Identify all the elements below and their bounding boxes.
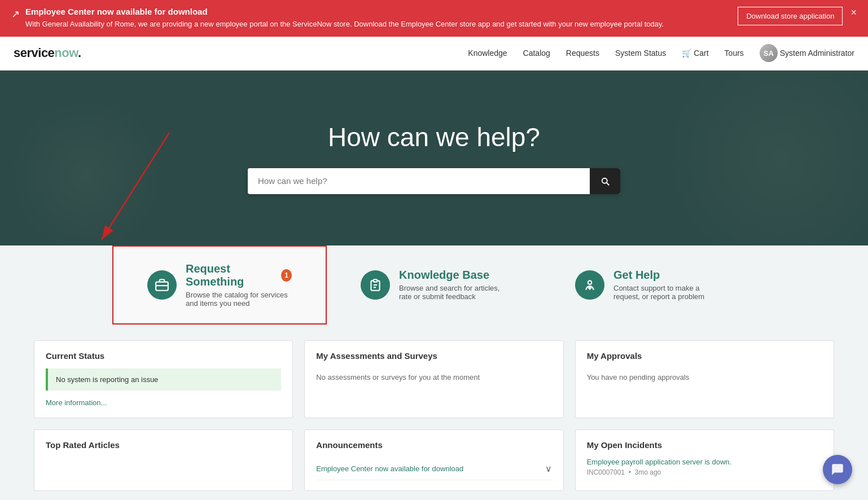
banner-desc: With General Availability of Rome, we ar… [25, 19, 726, 30]
approvals-card: My Approvals You have no pending approva… [575, 340, 834, 418]
nav-system-status[interactable]: System Status [615, 49, 666, 58]
hero-section: How can we help? [0, 71, 868, 245]
knowledge-desc: Browse and search for articles, rate or … [399, 284, 507, 301]
svg-point-7 [588, 280, 592, 284]
help-text: Get Help Contact support to make a reque… [613, 269, 722, 301]
incident-meta: INC0007001 • 3mo ago [587, 468, 822, 476]
search-icon [600, 176, 610, 186]
banner-text: Employee Center now available for downlo… [25, 7, 726, 30]
knowledge-title: Knowledge Base [399, 269, 507, 282]
request-title: Request Something 1 [186, 262, 292, 288]
logo: servicenow. [14, 46, 81, 60]
announcement-item[interactable]: Employee Center now available for downlo… [316, 458, 551, 480]
external-link-icon: ↗ [11, 8, 20, 20]
approvals-empty: You have no pending approvals [587, 369, 822, 386]
nav-user[interactable]: SA System Administrator [760, 44, 854, 62]
request-icon [147, 270, 177, 300]
incident-item: Employee payroll application server is d… [587, 458, 822, 476]
incident-id: INC0007001 [587, 468, 625, 476]
download-store-btn[interactable]: Download store application [738, 7, 843, 25]
incidents-title: My Open Incidents [587, 440, 822, 450]
search-button[interactable] [590, 168, 620, 194]
user-name: System Administrator [780, 49, 854, 58]
incidents-card: My Open Incidents Employee payroll appli… [575, 429, 834, 491]
hero-title: How can we help? [328, 122, 540, 152]
current-status-card: Current Status No system is reporting an… [34, 340, 293, 418]
main-widgets: Current Status No system is reporting an… [0, 324, 868, 501]
announcements-title: Announcements [316, 440, 551, 450]
more-info-link[interactable]: More information... [46, 398, 107, 407]
nav-catalog[interactable]: Catalog [523, 49, 550, 58]
chevron-down-icon: ∨ [545, 463, 552, 474]
announcement-banner: ↗ Employee Center now available for down… [0, 0, 868, 37]
help-desc: Contact support to make a request, or re… [613, 284, 722, 301]
current-status-title: Current Status [46, 351, 281, 361]
person-icon [582, 278, 597, 292]
announcements-card: Announcements Employee Center now availa… [304, 429, 563, 491]
search-input[interactable] [248, 168, 590, 194]
top-articles-title: Top Rated Articles [46, 440, 281, 450]
quick-actions-row: Request Something 1 Browse the catalog f… [34, 245, 834, 324]
quick-actions-section: Request Something 1 Browse the catalog f… [0, 245, 868, 324]
incident-time: 3mo ago [635, 468, 661, 476]
quick-action-knowledge[interactable]: Knowledge Base Browse and search for art… [327, 245, 541, 324]
request-desc: Browse the catalog for services and item… [186, 291, 292, 308]
nav-requests[interactable]: Requests [566, 49, 599, 58]
assessments-card: My Assessments and Surveys No assessment… [304, 340, 563, 418]
nav-links: Knowledge Catalog Requests System Status… [468, 44, 854, 62]
navbar: servicenow. Knowledge Catalog Requests S… [0, 37, 868, 71]
quick-action-request[interactable]: Request Something 1 Browse the catalog f… [112, 245, 327, 324]
assessments-empty: No assessments or surveys for you at the… [316, 369, 551, 386]
nav-knowledge[interactable]: Knowledge [468, 49, 507, 58]
status-bar: No system is reporting an issue [46, 369, 281, 391]
help-title: Get Help [613, 269, 722, 282]
user-avatar: SA [760, 44, 778, 62]
incident-link[interactable]: Employee payroll application server is d… [587, 458, 822, 466]
nav-tours[interactable]: Tours [725, 49, 744, 58]
svg-rect-2 [156, 282, 168, 290]
banner-title: Employee Center now available for downlo… [25, 7, 726, 16]
banner-content: ↗ Employee Center now available for down… [11, 7, 726, 30]
request-badge: 1 [281, 269, 292, 282]
document-icon [368, 278, 383, 292]
top-articles-card: Top Rated Articles [34, 429, 293, 491]
assessments-title: My Assessments and Surveys [316, 351, 551, 361]
briefcase-icon [155, 278, 169, 292]
chat-button[interactable] [823, 455, 852, 484]
svg-rect-4 [374, 279, 378, 282]
search-bar [248, 168, 620, 194]
status-text: No system is reporting an issue [56, 375, 158, 384]
hero-overlay [0, 71, 868, 245]
announcement-text: Employee Center now available for downlo… [316, 464, 463, 473]
quick-action-help[interactable]: Get Help Contact support to make a reque… [541, 245, 756, 324]
nav-cart[interactable]: 🛒 Cart [682, 49, 708, 58]
request-text: Request Something 1 Browse the catalog f… [186, 262, 292, 308]
knowledge-icon [361, 270, 390, 300]
banner-close-btn[interactable]: × [851, 7, 857, 19]
approvals-title: My Approvals [587, 351, 822, 361]
knowledge-text: Knowledge Base Browse and search for art… [399, 269, 507, 301]
help-icon [575, 270, 604, 300]
chat-icon [830, 462, 845, 477]
